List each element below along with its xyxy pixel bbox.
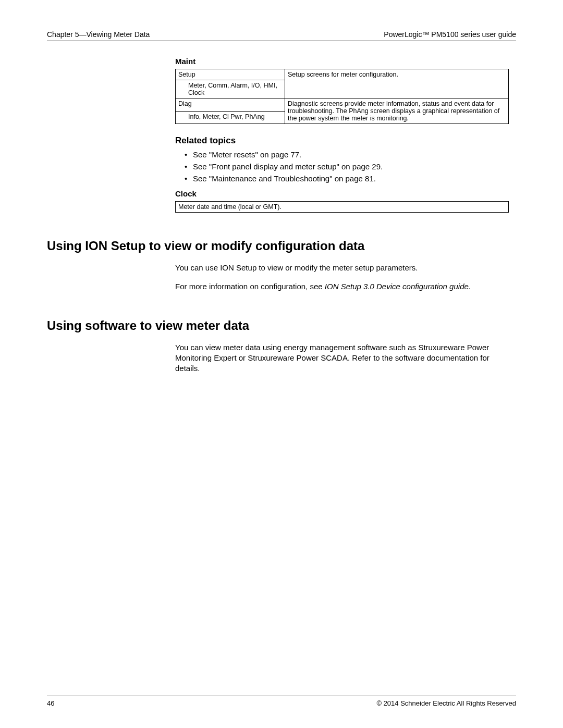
list-item: See "Maintenance and Troubleshooting" on… <box>185 174 516 183</box>
page-number: 46 <box>47 699 54 707</box>
clock-table: Meter date and time (local or GMT). <box>175 201 509 213</box>
maint-diag-desc: Diagnostic screens provide meter informa… <box>285 98 509 124</box>
list-item: See "Front panel display and meter setup… <box>185 162 516 171</box>
software-paragraph-1: You can view meter data using energy man… <box>175 342 516 374</box>
ion-paragraph-2: For more information on configuration, s… <box>175 281 516 292</box>
table-row: Setup Setup screens for meter configurat… <box>176 69 509 80</box>
related-topics-list: See "Meter resets" on page 77. See "Fron… <box>175 150 516 183</box>
table-row: Diag Diagnostic screens provide meter in… <box>176 98 509 112</box>
maint-diag-sub: Info, Meter, Cl Pwr, PhAng <box>176 111 285 124</box>
ion-p2-prefix: For more information on configuration, s… <box>175 282 325 291</box>
maint-setup-desc: Setup screens for meter configuration. <box>285 69 509 98</box>
ion-setup-heading: Using ION Setup to view or modify config… <box>47 239 516 253</box>
maint-table: Setup Setup screens for meter configurat… <box>175 69 509 124</box>
list-item: See "Meter resets" on page 77. <box>185 150 516 159</box>
related-topics-heading: Related topics <box>175 135 516 146</box>
maint-setup-cell: Setup <box>176 69 285 80</box>
software-heading: Using software to view meter data <box>47 318 516 333</box>
maint-label: Maint <box>175 57 516 66</box>
table-row: Meter date and time (local or GMT). <box>176 202 509 213</box>
ion-p2-italic: ION Setup 3.0 Device configuration guide… <box>325 282 471 291</box>
page-footer: 46 © 2014 Schneider Electric All Rights … <box>47 696 516 707</box>
clock-label: Clock <box>175 189 516 198</box>
maint-diag-cell: Diag <box>176 98 285 112</box>
maint-setup-sub: Meter, Comm, Alarm, I/O, HMI, Clock <box>176 80 285 98</box>
clock-text: Meter date and time (local or GMT). <box>176 202 509 213</box>
footer-copyright: © 2014 Schneider Electric All Rights Res… <box>376 699 516 707</box>
header-guide-title: PowerLogic™ PM5100 series user guide <box>384 30 516 39</box>
ion-paragraph-1: You can use ION Setup to view or modify … <box>175 263 516 273</box>
page-header: Chapter 5—Viewing Meter Data PowerLogic™… <box>47 30 516 41</box>
header-chapter: Chapter 5—Viewing Meter Data <box>47 30 150 39</box>
